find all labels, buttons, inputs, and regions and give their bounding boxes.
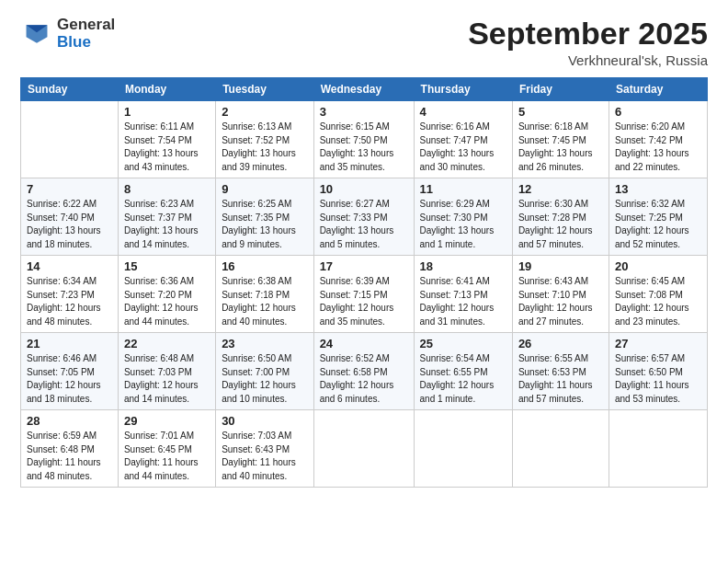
day-sunrise: Sunrise: 6:45 AM [615, 276, 685, 286]
day-number: 13 [615, 182, 701, 196]
day-sunrise: Sunrise: 6:23 AM [124, 199, 194, 209]
calendar-cell: 13 Sunrise: 6:32 AM Sunset: 7:25 PM Dayl… [609, 178, 707, 256]
day-daylight: Daylight: 12 hours and 31 minutes. [420, 303, 495, 327]
day-number: 26 [518, 337, 603, 350]
day-sunrise: Sunrise: 6:18 AM [518, 121, 588, 132]
day-daylight: Daylight: 13 hours and 26 minutes. [518, 148, 593, 172]
calendar-cell: 17 Sunrise: 6:39 AM Sunset: 7:15 PM Dayl… [313, 256, 414, 333]
calendar-cell: 20 Sunrise: 6:45 AM Sunset: 7:08 PM Dayl… [609, 256, 707, 333]
calendar-cell: 6 Sunrise: 6:20 AM Sunset: 7:42 PM Dayli… [609, 101, 707, 178]
day-daylight: Daylight: 12 hours and 44 minutes. [124, 303, 199, 327]
calendar-day-header: Thursday [414, 78, 512, 101]
day-sunset: Sunset: 7:47 PM [420, 135, 488, 145]
day-sunrise: Sunrise: 6:48 AM [124, 353, 194, 363]
calendar-day-header: Wednesday [313, 78, 414, 101]
day-number: 8 [124, 182, 210, 196]
day-number: 30 [222, 414, 308, 428]
day-sunset: Sunset: 7:28 PM [518, 213, 586, 223]
day-sunset: Sunset: 7:33 PM [320, 213, 388, 223]
day-sunset: Sunset: 6:50 PM [615, 367, 683, 377]
day-number: 5 [518, 105, 603, 119]
day-daylight: Daylight: 12 hours and 57 minutes. [518, 225, 593, 249]
calendar-cell: 11 Sunrise: 6:29 AM Sunset: 7:30 PM Dayl… [414, 178, 512, 256]
day-sunset: Sunset: 7:05 PM [27, 367, 95, 377]
header: General Blue September 2025 Verkhneural'… [20, 17, 708, 68]
day-sunrise: Sunrise: 6:20 AM [615, 121, 685, 132]
title-area: September 2025 Verkhneural'sk, Russia [468, 17, 708, 68]
day-sunset: Sunset: 7:52 PM [222, 135, 290, 145]
day-sunset: Sunset: 7:18 PM [222, 290, 290, 300]
day-daylight: Daylight: 12 hours and 52 minutes. [615, 225, 689, 249]
day-number: 2 [222, 105, 308, 119]
calendar-cell: 23 Sunrise: 6:50 AM Sunset: 7:00 PM Dayl… [216, 333, 314, 410]
calendar-cell: 16 Sunrise: 6:38 AM Sunset: 7:18 PM Dayl… [216, 256, 314, 333]
calendar-cell: 10 Sunrise: 6:27 AM Sunset: 7:33 PM Dayl… [313, 178, 414, 256]
day-daylight: Daylight: 12 hours and 6 minutes. [320, 380, 394, 404]
day-daylight: Daylight: 13 hours and 1 minute. [420, 225, 495, 249]
day-sunset: Sunset: 6:45 PM [124, 444, 192, 454]
day-daylight: Daylight: 11 hours and 48 minutes. [27, 457, 101, 481]
day-daylight: Daylight: 13 hours and 14 minutes. [124, 225, 199, 249]
day-number: 15 [124, 259, 210, 273]
day-number: 3 [320, 105, 408, 119]
calendar-table: SundayMondayTuesdayWednesdayThursdayFrid… [20, 77, 708, 488]
day-sunrise: Sunrise: 6:16 AM [420, 121, 490, 132]
calendar-cell [414, 410, 512, 488]
calendar-day-header: Tuesday [216, 78, 314, 101]
day-number: 12 [518, 182, 603, 196]
day-sunset: Sunset: 7:25 PM [615, 213, 683, 223]
calendar-cell: 21 Sunrise: 6:46 AM Sunset: 7:05 PM Dayl… [21, 333, 119, 410]
calendar-cell: 18 Sunrise: 6:41 AM Sunset: 7:13 PM Dayl… [414, 256, 512, 333]
calendar-cell: 14 Sunrise: 6:34 AM Sunset: 7:23 PM Dayl… [21, 256, 119, 333]
day-sunrise: Sunrise: 6:36 AM [124, 276, 194, 286]
day-sunset: Sunset: 7:40 PM [27, 213, 95, 223]
day-daylight: Daylight: 12 hours and 14 minutes. [124, 380, 199, 404]
day-number: 17 [320, 259, 408, 273]
day-sunset: Sunset: 7:30 PM [420, 213, 488, 223]
day-daylight: Daylight: 11 hours and 40 minutes. [222, 457, 296, 481]
day-sunset: Sunset: 7:13 PM [420, 290, 488, 300]
day-number: 22 [124, 337, 210, 350]
calendar-cell [512, 410, 609, 488]
day-sunset: Sunset: 6:55 PM [420, 367, 488, 377]
calendar-header-row: SundayMondayTuesdayWednesdayThursdayFrid… [21, 78, 708, 101]
calendar-cell: 30 Sunrise: 7:03 AM Sunset: 6:43 PM Dayl… [216, 410, 314, 488]
day-daylight: Daylight: 12 hours and 10 minutes. [222, 380, 296, 404]
day-daylight: Daylight: 12 hours and 40 minutes. [222, 303, 296, 327]
day-number: 27 [615, 337, 701, 350]
day-sunset: Sunset: 7:50 PM [320, 135, 388, 145]
day-sunset: Sunset: 7:03 PM [124, 367, 192, 377]
day-number: 11 [420, 182, 506, 196]
day-sunset: Sunset: 7:10 PM [518, 290, 586, 300]
calendar-cell [609, 410, 707, 488]
day-number: 25 [420, 337, 506, 350]
day-sunrise: Sunrise: 6:25 AM [222, 199, 291, 209]
day-daylight: Daylight: 13 hours and 22 minutes. [615, 148, 689, 172]
day-number: 16 [222, 259, 308, 273]
location-title: Verkhneural'sk, Russia [468, 52, 708, 68]
day-daylight: Daylight: 13 hours and 43 minutes. [124, 148, 199, 172]
day-sunset: Sunset: 7:54 PM [124, 135, 192, 145]
day-sunrise: Sunrise: 6:39 AM [320, 276, 390, 286]
day-sunrise: Sunrise: 6:43 AM [518, 276, 588, 286]
calendar-cell: 7 Sunrise: 6:22 AM Sunset: 7:40 PM Dayli… [21, 178, 119, 256]
day-sunset: Sunset: 7:08 PM [615, 290, 683, 300]
day-sunset: Sunset: 7:35 PM [222, 213, 290, 223]
day-sunset: Sunset: 7:00 PM [222, 367, 290, 377]
calendar-cell: 29 Sunrise: 7:01 AM Sunset: 6:45 PM Dayl… [118, 410, 215, 488]
day-sunrise: Sunrise: 7:03 AM [222, 431, 291, 441]
day-sunrise: Sunrise: 6:32 AM [615, 199, 685, 209]
day-sunset: Sunset: 7:15 PM [320, 290, 388, 300]
day-daylight: Daylight: 12 hours and 48 minutes. [27, 303, 101, 327]
day-sunrise: Sunrise: 6:22 AM [27, 199, 97, 209]
calendar-cell: 4 Sunrise: 6:16 AM Sunset: 7:47 PM Dayli… [414, 101, 512, 178]
day-number: 20 [615, 259, 701, 273]
calendar-day-header: Friday [512, 78, 609, 101]
calendar-week-row: 28 Sunrise: 6:59 AM Sunset: 6:48 PM Dayl… [21, 410, 708, 488]
day-sunset: Sunset: 6:53 PM [518, 367, 586, 377]
day-sunrise: Sunrise: 6:11 AM [124, 121, 194, 132]
day-number: 23 [222, 337, 308, 350]
day-number: 19 [518, 259, 603, 273]
day-daylight: Daylight: 11 hours and 44 minutes. [124, 457, 199, 481]
calendar-cell: 27 Sunrise: 6:57 AM Sunset: 6:50 PM Dayl… [609, 333, 707, 410]
